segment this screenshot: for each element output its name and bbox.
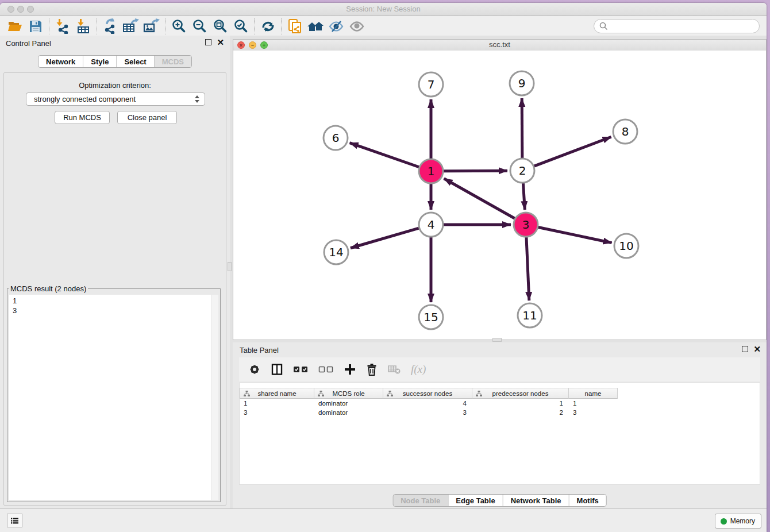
- edge-2-9[interactable]: [522, 98, 522, 158]
- table-cell[interactable]: 3: [569, 409, 618, 416]
- table-cell[interactable]: 4: [383, 400, 472, 407]
- edge-1-2[interactable]: [444, 171, 507, 171]
- edge-4-14[interactable]: [351, 228, 419, 248]
- close-panel-icon[interactable]: ✕: [753, 346, 761, 352]
- zoom-in-icon[interactable]: [168, 17, 189, 35]
- mcds-result-group: MCDS result (2 nodes) 13: [7, 284, 221, 502]
- graph-node-8[interactable]: 8: [613, 119, 637, 144]
- function-builder-icon[interactable]: f(x): [411, 363, 426, 376]
- add-column-icon[interactable]: [344, 363, 356, 376]
- search-input[interactable]: [611, 21, 759, 31]
- search-icon: [599, 22, 608, 30]
- node-label: 1: [428, 164, 435, 178]
- select-all-columns-icon[interactable]: [293, 365, 309, 373]
- table-settings-icon[interactable]: [248, 363, 261, 376]
- float-panel-icon[interactable]: [742, 346, 748, 352]
- task-history-button[interactable]: [7, 514, 22, 527]
- app-window: Session: New Session: [0, 3, 767, 532]
- home-icon[interactable]: [305, 17, 326, 35]
- refresh-icon[interactable]: [257, 17, 278, 35]
- import-table-icon[interactable]: [73, 17, 94, 35]
- tab-network-table[interactable]: Network Table: [503, 495, 569, 506]
- zoom-fit-icon[interactable]: [210, 17, 230, 35]
- delete-table-icon[interactable]: [387, 364, 401, 375]
- edge-3-1[interactable]: [444, 179, 515, 218]
- edge-3-11[interactable]: [526, 237, 529, 300]
- close-window-icon[interactable]: [7, 6, 14, 13]
- network-close-icon[interactable]: ×: [237, 41, 245, 49]
- column-header-shared-name[interactable]: shared name: [240, 388, 314, 399]
- export-table-icon[interactable]: [121, 17, 141, 35]
- mcds-result-textarea[interactable]: 13: [9, 295, 218, 500]
- edge-3-10[interactable]: [538, 228, 612, 243]
- table-cell[interactable]: 1: [569, 400, 618, 407]
- export-network-icon[interactable]: [100, 17, 121, 35]
- optimization-criterion-select[interactable]: strongly connected component: [26, 92, 205, 106]
- graph-node-6[interactable]: 6: [324, 126, 348, 150]
- new-network-icon[interactable]: [284, 17, 305, 35]
- mcds-panel: Optimization criterion: strongly connect…: [3, 72, 226, 506]
- edge-2-8[interactable]: [534, 137, 611, 166]
- edge-1-6[interactable]: [350, 143, 419, 167]
- import-network-icon[interactable]: [52, 17, 73, 35]
- graph-node-10[interactable]: 10: [614, 234, 638, 258]
- tab-node-table[interactable]: Node Table: [393, 495, 448, 506]
- edge-2-3[interactable]: [523, 183, 525, 210]
- toolbar-separator: [254, 18, 255, 34]
- tab-style[interactable]: Style: [83, 56, 116, 67]
- delete-columns-icon[interactable]: [366, 363, 378, 376]
- network-maximize-icon[interactable]: +: [260, 41, 268, 49]
- graph-node-7[interactable]: 7: [419, 72, 443, 97]
- column-header-predecessor-nodes[interactable]: predecessor nodes: [472, 388, 569, 399]
- network-canvas[interactable]: 7968124314101511: [233, 51, 766, 340]
- show-graphics-icon[interactable]: [346, 17, 367, 35]
- maximize-window-icon[interactable]: [27, 6, 34, 13]
- table-cell[interactable]: 3: [383, 409, 472, 416]
- column-header-mcds-role[interactable]: MCDS role: [314, 388, 383, 399]
- result-scrollbar[interactable]: [211, 295, 218, 500]
- toolbar-separator: [97, 18, 97, 34]
- column-header-name[interactable]: name: [569, 388, 618, 399]
- table-cell[interactable]: dominator: [314, 400, 383, 407]
- table-cell[interactable]: 1: [240, 400, 314, 407]
- graph-node-9[interactable]: 9: [510, 71, 534, 95]
- tab-network[interactable]: Network: [38, 56, 83, 67]
- run-mcds-button[interactable]: Run MCDS: [55, 111, 110, 124]
- toolbar-separator: [49, 18, 49, 34]
- graph-node-15[interactable]: 15: [419, 305, 443, 329]
- tab-select[interactable]: Select: [116, 56, 153, 67]
- memory-button[interactable]: Memory: [715, 514, 761, 529]
- zoom-selected-icon[interactable]: [230, 17, 251, 35]
- graph-node-4[interactable]: 4: [419, 213, 443, 237]
- close-panel-button[interactable]: Close panel: [117, 111, 177, 124]
- save-session-icon[interactable]: [25, 17, 46, 35]
- network-minimize-icon[interactable]: −: [249, 41, 256, 49]
- minimize-window-icon[interactable]: [17, 6, 24, 13]
- table-cell[interactable]: 3: [240, 409, 314, 416]
- table-row[interactable]: 1dominator411: [240, 399, 760, 408]
- table-cell[interactable]: dominator: [314, 409, 383, 416]
- hide-panel-icon[interactable]: [326, 17, 346, 35]
- graph-node-14[interactable]: 14: [324, 240, 348, 264]
- vertical-splitter-handle[interactable]: [228, 262, 232, 271]
- zoom-out-icon[interactable]: [189, 17, 210, 35]
- float-panel-icon[interactable]: [205, 39, 211, 45]
- table-row[interactable]: 3dominator323: [240, 408, 760, 417]
- graph-node-2[interactable]: 2: [510, 159, 534, 183]
- tab-edge-table[interactable]: Edge Table: [448, 495, 502, 506]
- network-window-titlebar[interactable]: × − + scc.txt: [233, 40, 766, 51]
- graph-node-3[interactable]: 3: [514, 213, 538, 237]
- graph-node-1[interactable]: 1: [419, 159, 443, 183]
- open-session-icon[interactable]: [5, 17, 25, 35]
- tab-motifs[interactable]: Motifs: [569, 495, 606, 506]
- export-image-icon[interactable]: [141, 17, 162, 35]
- table-cell[interactable]: 2: [472, 409, 569, 416]
- unselect-all-columns-icon[interactable]: [318, 365, 334, 373]
- horizontal-splitter-handle[interactable]: [492, 338, 502, 342]
- table-cell[interactable]: 1: [472, 400, 569, 407]
- tab-mcds[interactable]: MCDS: [154, 56, 191, 67]
- show-columns-icon[interactable]: [271, 363, 283, 376]
- close-panel-icon[interactable]: ✕: [217, 39, 224, 45]
- graph-node-11[interactable]: 11: [518, 303, 542, 327]
- column-header-successor-nodes[interactable]: successor nodes: [383, 388, 472, 399]
